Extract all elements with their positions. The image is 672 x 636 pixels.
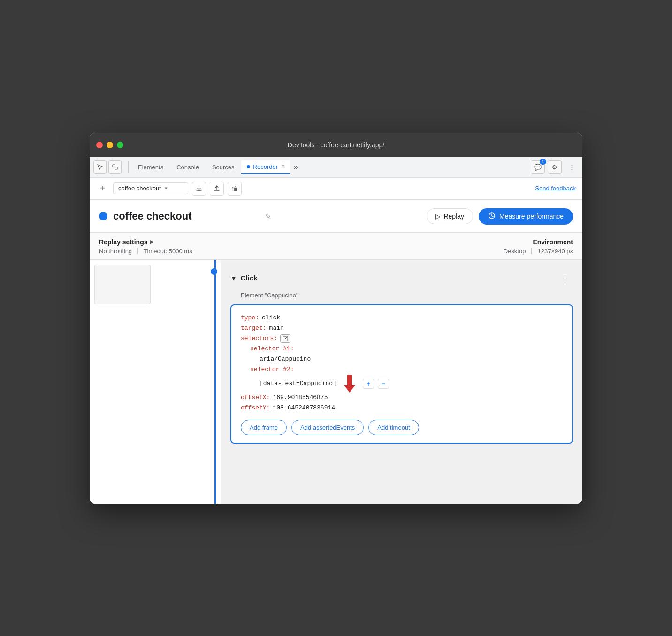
svg-rect-1	[115, 167, 117, 169]
close-button[interactable]	[96, 142, 103, 148]
throttle-value: No throttling	[99, 248, 132, 255]
offsetx-val: 169.90185546875	[273, 393, 328, 403]
selector2-key: selector #2:	[250, 364, 294, 375]
step-more-button[interactable]: ⋮	[557, 271, 573, 285]
replay-settings-label: Replay settings	[99, 238, 147, 246]
replay-settings-toggle[interactable]: Replay settings ▶	[99, 238, 504, 246]
tabbar: Elements Console Sources ⏺ Recorder ✕ » …	[90, 157, 582, 178]
svg-rect-0	[113, 165, 115, 167]
selector-tool-icon	[280, 334, 290, 343]
code-selectors-line: selectors:	[241, 333, 563, 344]
titlebar: DevTools - coffee-cart.netlify.app/	[90, 133, 582, 157]
selector1-key: selector #1:	[250, 344, 294, 354]
code-offsetx-line: offsetX: 169.90185546875	[241, 393, 563, 403]
add-timeout-button[interactable]: Add timeout	[368, 420, 419, 435]
target-val: main	[269, 323, 284, 333]
add-recording-button[interactable]: +	[96, 182, 109, 195]
code-selector1-val-line: aria/Cappucino	[260, 354, 563, 364]
measure-icon	[488, 212, 496, 221]
target-key: target:	[241, 323, 267, 333]
env-divider	[531, 248, 532, 254]
code-target-line: target: main	[241, 323, 563, 333]
settings-bar: Replay settings ▶ No throttling Timeout:…	[90, 233, 582, 260]
step-thumbnail	[94, 265, 151, 304]
delete-button[interactable]: 🗑	[228, 182, 242, 196]
step-expand-arrow[interactable]: ▼	[230, 274, 237, 282]
tab-sources[interactable]: Sources	[206, 161, 241, 174]
offsety-val: 108.6452407836914	[273, 403, 335, 413]
more-button[interactable]: ⋮	[565, 160, 579, 174]
code-type-line: type: click	[241, 313, 563, 323]
nav-icons	[93, 160, 122, 174]
settings-button[interactable]: ⚙	[548, 160, 562, 174]
code-selector1-line: selector #1:	[250, 344, 563, 354]
recording-name: coffee checkout	[118, 185, 161, 192]
add-frame-button[interactable]: Add frame	[241, 420, 287, 435]
inspect-icon[interactable]	[108, 160, 122, 174]
recorder-icon: ⏺	[246, 164, 251, 169]
edit-title-icon[interactable]: ✎	[265, 212, 271, 221]
offsety-key: offsetY:	[241, 403, 270, 413]
environment-label: Environment	[504, 238, 573, 246]
step-title-row: ▼ Click ⋮	[230, 267, 573, 289]
tab-more[interactable]: »	[290, 161, 302, 173]
code-offsety-line: offsetY: 108.6452407836914	[241, 403, 563, 413]
settings-divider	[137, 248, 138, 254]
main-content: ▼ Click ⋮ Element "Cappucino" type: clic…	[90, 260, 582, 504]
toolbar: + coffee checkout ▾ 🗑 Send feedback	[90, 178, 582, 200]
tab-recorder[interactable]: ⏺ Recorder ✕	[241, 160, 290, 174]
replay-button[interactable]: ▷ Replay	[427, 208, 473, 224]
type-val: click	[262, 313, 280, 323]
tab-actions: 💬 1 ⚙ ⋮	[531, 160, 579, 174]
tab-console[interactable]: Console	[170, 161, 206, 174]
devtools-window: DevTools - coffee-cart.netlify.app/ Elem…	[90, 133, 582, 504]
environment-sub: Desktop 1237×940 px	[504, 248, 573, 255]
settings-left: Replay settings ▶ No throttling Timeout:…	[99, 238, 504, 255]
maximize-button[interactable]	[117, 142, 123, 148]
send-feedback-link[interactable]: Send feedback	[535, 185, 576, 192]
red-arrow-indicator	[344, 375, 355, 393]
right-panel: ▼ Click ⋮ Element "Cappucino" type: clic…	[221, 260, 582, 504]
window-controls	[96, 142, 123, 148]
recording-status-dot	[99, 212, 107, 220]
recording-dropdown[interactable]: coffee checkout ▾	[113, 182, 188, 194]
chevron-down-icon: ▾	[165, 185, 168, 191]
code-selector2-row: selector #2:	[250, 364, 563, 375]
measure-label: Measure performance	[499, 212, 564, 220]
step-name: Click	[241, 274, 258, 282]
content-header: coffee checkout ✎ ▷ Replay Measure perfo…	[90, 200, 582, 233]
left-panel	[90, 260, 221, 504]
tab-recorder-close[interactable]: ✕	[281, 163, 285, 170]
timeout-value: Timeout: 5000 ms	[144, 248, 192, 255]
tab-recorder-label: Recorder	[253, 163, 278, 170]
selector-remove-button[interactable]: −	[378, 379, 389, 389]
tab-elements[interactable]: Elements	[131, 161, 170, 174]
env-size: 1237×940 px	[537, 248, 573, 255]
step-subtitle: Element "Cappucino"	[241, 292, 573, 299]
import-button[interactable]	[210, 182, 224, 196]
chat-button[interactable]: 💬 1	[531, 160, 545, 174]
recording-title: coffee checkout	[113, 210, 258, 222]
selector-add-button[interactable]: +	[363, 379, 374, 389]
add-asserted-events-button[interactable]: Add assertedEvents	[291, 420, 364, 435]
step-action-buttons: Add frame Add assertedEvents Add timeout	[241, 420, 563, 435]
step-indicator-dot	[211, 268, 217, 275]
step-title-left: ▼ Click	[230, 274, 258, 282]
window-title: DevTools - coffee-cart.netlify.app/	[288, 141, 384, 149]
settings-right: Environment Desktop 1237×940 px	[504, 238, 573, 255]
measure-performance-button[interactable]: Measure performance	[479, 208, 573, 225]
selector2-val: [data-test=Cappucino]	[260, 379, 336, 389]
replay-icon: ▷	[435, 212, 441, 220]
cursor-icon[interactable]	[93, 160, 107, 174]
minimize-button[interactable]	[107, 142, 113, 148]
code-selector2-val-row: [data-test=Cappucino] + −	[260, 375, 563, 393]
type-key: type:	[241, 313, 259, 323]
timeline-line	[214, 260, 216, 504]
selectors-key: selectors:	[241, 333, 277, 344]
export-button[interactable]	[192, 182, 206, 196]
tab-divider	[128, 161, 129, 173]
offsetx-key: offsetX:	[241, 393, 270, 403]
selector1-val: aria/Cappucino	[260, 354, 311, 364]
replay-label: Replay	[443, 212, 464, 220]
code-box: type: click target: main selectors:	[230, 304, 573, 444]
